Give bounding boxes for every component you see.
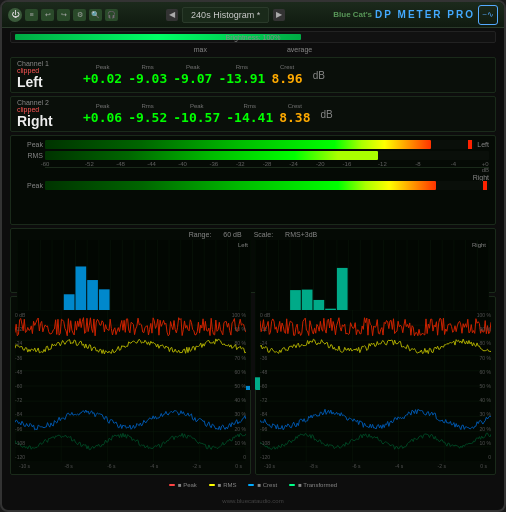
peak-label: Peak xyxy=(17,141,43,148)
brightness-bar[interactable]: Brightness: 100% xyxy=(10,31,496,43)
scale-minus60: -60 xyxy=(41,161,50,167)
xl-6s-l: -6 s xyxy=(107,463,115,471)
xl-2s-l: -2 s xyxy=(193,463,201,471)
legend-peak: ■ Peak xyxy=(169,482,197,488)
histogram-section: Range: 60 dB Scale: RMS+3dB Left Right xyxy=(10,228,496,293)
ch2-avg-rms-label: Rms xyxy=(244,103,256,109)
legend-row: ■ Peak ■ RMS ■ Crest ■ Transformed xyxy=(10,478,496,492)
logo-icon: ~∿ xyxy=(478,5,498,25)
headphones-icon[interactable]: 🎧 xyxy=(105,9,118,21)
channel-1-row: Channel 1 clipped Left Peak +0.02 Rms -9… xyxy=(10,57,496,93)
rms-label: RMS xyxy=(17,152,43,159)
rms-meter-left-bar-container xyxy=(45,151,489,160)
ch2-max-rms-label: Rms xyxy=(142,103,154,109)
ch1-avg-peak-group: Peak -9.07 xyxy=(173,64,212,86)
hist-range-value: 60 dB xyxy=(223,231,241,238)
next-button[interactable]: ▶ xyxy=(273,9,285,21)
ch2-name: Right xyxy=(17,113,77,129)
xl-4s-l: -4 s xyxy=(150,463,158,471)
scale-minus28: -28 xyxy=(263,161,272,167)
peak-label-r: Peak xyxy=(17,182,43,189)
menu-icon[interactable]: ≡ xyxy=(25,9,38,21)
scale-minus16: -16 xyxy=(343,161,352,167)
y-label-24db-r: -24 xyxy=(260,340,284,346)
y-label-96db-r: -96 xyxy=(260,426,284,432)
legend-peak-dot xyxy=(169,484,175,486)
footer-url-text: www.bluecataudio.com xyxy=(222,498,283,504)
ch1-number: Channel 1 xyxy=(17,60,77,67)
redo-icon[interactable]: ↪ xyxy=(57,9,70,21)
yr-100-l: 100 % xyxy=(226,312,246,318)
yr-30-l: 30 % xyxy=(226,411,246,417)
power-icon[interactable]: ⏻ xyxy=(8,8,22,22)
scale-line xyxy=(45,167,489,168)
legend-crest-dot xyxy=(248,484,254,486)
peak-clip-indicator xyxy=(468,140,472,149)
yr-10-r: 10 % xyxy=(471,440,491,446)
xl-10s-l: -10 s xyxy=(19,463,30,471)
yr-50-l: 50 % xyxy=(226,383,246,389)
left-side-label: Left xyxy=(477,141,489,148)
search-icon[interactable]: 🔍 xyxy=(89,9,102,21)
y-label-48db-r: -48 xyxy=(260,369,284,375)
undo-icon[interactable]: ↩ xyxy=(41,9,54,21)
ch2-crest-group: Crest 8.38 xyxy=(279,103,310,125)
plugin-container: ⏻ ≡ ↩ ↪ ⚙ 🔍 🎧 ◀ 240s Histogram * ▶ Blue … xyxy=(0,0,506,512)
graph-right-x-scale: -10 s -8 s -6 s -4 s -2 s 0 s xyxy=(260,462,491,472)
ch1-max-peak-label: Peak xyxy=(96,64,110,70)
ch1-clipped: clipped xyxy=(17,67,77,74)
hist-header: Range: 60 dB Scale: RMS+3dB xyxy=(17,231,489,238)
settings-icon[interactable]: ⚙ xyxy=(73,9,86,21)
y-label-36db-r: -36 xyxy=(260,355,284,361)
rms-meter-left-bar xyxy=(45,151,378,160)
legend-rms-label: ■ RMS xyxy=(218,482,237,488)
channel-2-row: Channel 2 clipped Right Peak +0.06 Rms -… xyxy=(10,96,496,132)
xl-2s-r: -2 s xyxy=(438,463,446,471)
legend-rms-dot xyxy=(209,484,215,486)
scale-minus32: -32 xyxy=(236,161,245,167)
scale-minus8: -8 xyxy=(415,161,420,167)
peak-meter-left-bar-container xyxy=(45,140,474,149)
peak-meter-right-bar xyxy=(45,181,436,190)
peak-meter-right-row: Peak xyxy=(17,181,489,190)
hist-left-label: Left xyxy=(238,242,248,248)
ch2-max-peak-label: Peak xyxy=(96,103,110,109)
graph-left-y-scale: 0 dB -12 -24 -36 -48 -60 -72 -84 -96 -10… xyxy=(15,310,39,462)
yr-20-r: 20 % xyxy=(471,426,491,432)
ch2-avg-peak-value: -10.57 xyxy=(173,110,220,125)
xl-10s-r: -10 s xyxy=(264,463,275,471)
xl-4s-r: -4 s xyxy=(395,463,403,471)
hist-range-label: Range: xyxy=(189,231,212,238)
hist-scale-value: RMS+3dB xyxy=(285,231,317,238)
peak-meter-left-row: Peak Left xyxy=(17,140,489,149)
ch1-avg-rms-value: -13.91 xyxy=(218,71,265,86)
main-content: Brightness: 100% max average Channel 1 c… xyxy=(2,28,504,510)
yr-90-l: 90 % xyxy=(226,326,246,332)
ch1-avg-peak-label: Peak xyxy=(186,64,200,70)
graph-left-area: 0 dB -12 -24 -36 -48 -60 -72 -84 -96 -10… xyxy=(15,310,246,462)
channels-header: max average xyxy=(10,46,496,53)
graph-right-y-scale-right: 100 % 90 % 80 % 70 % 60 % 50 % 40 % 30 %… xyxy=(471,310,491,462)
yr-10-l: 10 % xyxy=(226,440,246,446)
legend-crest-label: ■ Crest xyxy=(257,482,277,488)
peak-meter-right-bar-container xyxy=(45,181,489,190)
ch1-crest-value: 8.96 xyxy=(271,71,302,86)
ch1-avg-peak-value: -9.07 xyxy=(173,71,212,86)
channel-1-label: Channel 1 clipped Left xyxy=(17,60,77,90)
legend-rms: ■ RMS xyxy=(209,482,237,488)
ch2-avg-rms-value: -14.41 xyxy=(226,110,273,125)
prev-button[interactable]: ◀ xyxy=(166,9,178,21)
y-label-72db-r: -72 xyxy=(260,397,284,403)
preset-title[interactable]: 240s Histogram * xyxy=(182,7,269,23)
yr-80-r: 80 % xyxy=(471,340,491,346)
y-label-108db-l: -108 xyxy=(15,440,39,446)
meter-scale: -60 -52 -48 -44 -40 -36 -32 -28 -24 -20 … xyxy=(45,161,489,174)
xl-0s-l: 0 s xyxy=(235,463,242,471)
xl-8s-r: -8 s xyxy=(309,463,317,471)
ch1-avg-rms-label: Rms xyxy=(236,64,248,70)
hist-right-label: Right xyxy=(472,242,486,248)
ch1-unit: dB xyxy=(313,70,325,81)
scale-minus36: -36 xyxy=(209,161,218,167)
y-label-60db-r: -60 xyxy=(260,383,284,389)
y-label-12db-r: -12 xyxy=(260,326,284,332)
